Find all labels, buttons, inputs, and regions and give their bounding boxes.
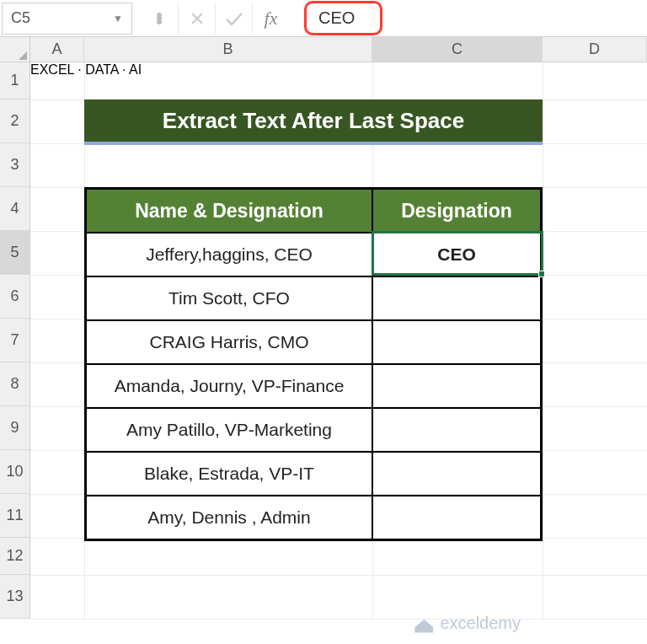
table-row: Amanda, Journy, VP-Finance xyxy=(86,364,541,408)
cell-designation[interactable]: CEO xyxy=(372,233,541,276)
cell-name[interactable]: Blake, Estrada, VP-IT xyxy=(86,452,372,496)
watermark-brand: exceldemy xyxy=(440,614,521,633)
more-icon[interactable]: ••• xyxy=(141,3,178,35)
row-header-12[interactable]: 12 xyxy=(0,538,29,575)
page-title: Extract Text After Last Space xyxy=(84,99,543,145)
col-header-C[interactable]: C xyxy=(372,37,543,62)
row-header-5[interactable]: 5 xyxy=(0,231,29,275)
table-row: Tim Scott, CFO xyxy=(86,276,541,320)
row-header-2[interactable]: 2 xyxy=(0,99,29,143)
watermark: exceldemy xyxy=(414,614,521,633)
table-row: Blake, Estrada, VP-IT xyxy=(86,452,541,496)
cell-name[interactable]: Amanda, Journy, VP-Finance xyxy=(86,364,372,408)
column-headers: A B C D xyxy=(0,37,647,62)
table-row: Amy, Dennis , Admin xyxy=(86,496,541,539)
formula-input[interactable]: CEO xyxy=(289,3,647,35)
name-box-value: C5 xyxy=(11,9,30,27)
row-header-6[interactable]: 6 xyxy=(0,275,29,319)
formula-bar: C5 ▼ ••• fx CEO xyxy=(0,0,647,37)
row-header-3[interactable]: 3 xyxy=(0,143,29,187)
row-header-1[interactable]: 1 xyxy=(0,62,29,99)
cell-designation[interactable] xyxy=(372,276,541,320)
col-header-D[interactable]: D xyxy=(543,37,647,62)
header-designation[interactable]: Designation xyxy=(372,189,541,233)
row-header-7[interactable]: 7 xyxy=(0,319,29,362)
select-all-triangle[interactable] xyxy=(0,37,30,62)
formula-value: CEO xyxy=(304,1,382,35)
cell-name[interactable]: Amy, Dennis , Admin xyxy=(86,496,372,539)
row-header-8[interactable]: 8 xyxy=(0,362,29,406)
cell-designation[interactable] xyxy=(372,320,541,364)
table-row: Jeffery,haggins, CEO CEO xyxy=(86,233,541,276)
row-header-4[interactable]: 4 xyxy=(0,187,29,231)
watermark-tagline: EXCEL · DATA · AI xyxy=(30,62,647,78)
cell-designation[interactable] xyxy=(372,408,541,452)
row-headers: 1 2 3 4 5 6 7 8 9 10 11 12 13 xyxy=(0,62,30,619)
cells-area[interactable]: Extract Text After Last Space Name & Des… xyxy=(30,62,647,619)
row-header-13[interactable]: 13 xyxy=(0,575,29,619)
dropdown-icon[interactable]: ▼ xyxy=(113,13,123,24)
header-name[interactable]: Name & Designation xyxy=(86,189,372,233)
col-header-A[interactable]: A xyxy=(30,37,84,62)
cell-name[interactable]: Tim Scott, CFO xyxy=(86,276,372,320)
data-table: Name & Designation Designation Jeffery,h… xyxy=(84,187,543,541)
table-row: CRAIG Harris, CMO xyxy=(86,320,541,364)
row-header-11[interactable]: 11 xyxy=(0,494,29,538)
cell-designation[interactable] xyxy=(372,364,541,408)
cell-name[interactable]: Jeffery,haggins, CEO xyxy=(86,233,372,276)
row-header-10[interactable]: 10 xyxy=(0,450,29,494)
table-row: Amy Patillo, VP-Marketing xyxy=(86,408,541,452)
row-header-9[interactable]: 9 xyxy=(0,406,29,450)
name-box[interactable]: C5 ▼ xyxy=(2,3,132,35)
cell-designation[interactable] xyxy=(372,452,541,496)
cell-name[interactable]: CRAIG Harris, CMO xyxy=(86,320,372,364)
col-header-B[interactable]: B xyxy=(84,37,372,62)
table-header-row: Name & Designation Designation xyxy=(86,189,541,233)
fx-icon[interactable]: fx xyxy=(252,3,289,35)
cell-name[interactable]: Amy Patillo, VP-Marketing xyxy=(86,408,372,452)
grid: 1 2 3 4 5 6 7 8 9 10 11 12 13 Extract Te… xyxy=(0,62,647,619)
cancel-icon[interactable] xyxy=(178,3,215,35)
logo-icon xyxy=(414,614,433,633)
cell-designation[interactable] xyxy=(372,496,541,539)
enter-icon[interactable] xyxy=(215,3,252,35)
